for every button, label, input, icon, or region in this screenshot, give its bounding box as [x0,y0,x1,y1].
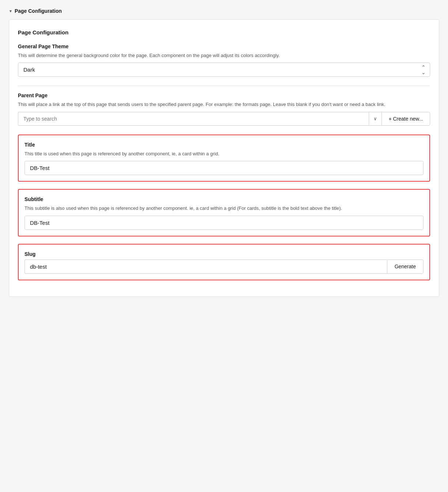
subtitle-input[interactable] [24,216,424,230]
title-input[interactable] [24,161,424,175]
search-dropdown-button[interactable]: ∨ [369,112,381,125]
general-theme-description: This will determine the general backgrou… [18,52,430,59]
divider-1 [18,86,430,86]
general-theme-group: General Page Theme This will determine t… [18,43,430,77]
page-configuration-panel: Page Configuration General Page Theme Th… [9,19,439,297]
parent-page-description: This will place a link at the top of thi… [18,101,430,108]
theme-select[interactable]: Dark Light Custom [18,63,430,77]
title-label: Title [24,141,424,149]
section-header[interactable]: ▼ Page Configuration [9,7,439,15]
generate-button[interactable]: Generate [387,260,424,274]
create-new-label: + Create new... [388,116,423,122]
search-input-wrapper: ∨ [18,112,381,126]
parent-page-group: Parent Page This will place a link at th… [18,92,430,126]
parent-page-search-input[interactable] [18,112,369,125]
theme-select-wrapper: Dark Light Custom ⌃⌄ [18,63,430,77]
subtitle-label: Subtitle [24,196,424,203]
subtitle-description: This subtitle is also used when this pag… [24,205,424,212]
parent-page-search-row: ∨ + Create new... [18,112,430,126]
slug-input[interactable] [24,260,387,274]
parent-page-label: Parent Page [18,92,430,99]
panel-title: Page Configuration [18,29,430,37]
slug-row: Generate [24,260,424,274]
chevron-down-icon: ▼ [9,8,12,14]
title-description: This title is used when this page is ref… [24,150,424,158]
slug-field-group: Slug Generate [18,244,430,280]
generate-label: Generate [395,264,416,269]
title-field-group: Title This title is used when this page … [18,135,430,182]
subtitle-field-group: Subtitle This subtitle is also used when… [18,189,430,236]
slug-label: Slug [24,250,424,258]
chevron-down-icon: ∨ [373,116,377,121]
section-header-label: Page Configuration [15,7,62,15]
general-theme-label: General Page Theme [18,43,430,50]
create-new-button[interactable]: + Create new... [381,112,430,126]
